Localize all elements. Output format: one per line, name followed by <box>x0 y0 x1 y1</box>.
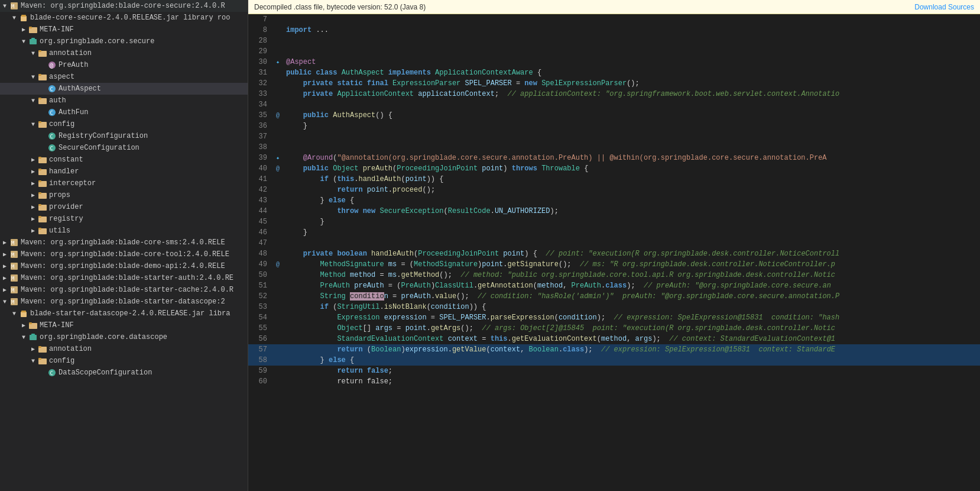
tree-arrow[interactable] <box>28 358 38 364</box>
sidebar-item-annotation[interactable]: annotation <box>0 47 248 59</box>
sidebar-item-org-springblade-core-secure[interactable]: org.springblade.core.secure <box>0 35 248 47</box>
tree-arrow[interactable] <box>9 311 19 317</box>
file-tree[interactable]: MMaven: org.springblade:blade-core-secur… <box>0 0 248 491</box>
sidebar-item-datascopeconfiguration[interactable]: CDataScopeConfiguration <box>0 367 248 379</box>
sidebar-item-provider[interactable]: provider <box>0 201 248 213</box>
code-content: } else { <box>284 195 980 206</box>
line-number: 54 <box>248 312 272 323</box>
gutter-icon <box>272 195 284 206</box>
sidebar-item-blade-starter-datascope-jar[interactable]: blade-starter-datascope-2.4.0.RELEASE.ja… <box>0 308 248 319</box>
line-number: 49 <box>248 259 272 270</box>
sidebar-item-meta-inf-2[interactable]: META-INF <box>0 319 248 331</box>
tree-arrow[interactable] <box>28 227 38 234</box>
tree-arrow[interactable] <box>28 121 38 128</box>
tree-arrow[interactable] <box>28 98 38 104</box>
code-row: 51 PreAuth preAuth = (PreAuth)ClassUtil.… <box>248 280 980 291</box>
tree-arrow[interactable] <box>0 274 9 282</box>
sidebar-item-preauth[interactable]: @PreAuth <box>0 59 248 71</box>
svg-text:M: M <box>11 240 15 246</box>
class-blue-icon: C <box>47 108 57 117</box>
svg-rect-42 <box>38 192 41 194</box>
sidebar-item-maven-starter-datascope[interactable]: MMaven: org.springblade:blade-starter-da… <box>0 296 248 308</box>
sidebar-item-authfun[interactable]: CAuthFun <box>0 106 248 118</box>
sidebar-item-config2[interactable]: config <box>0 355 248 367</box>
sidebar-item-maven-core-secure[interactable]: MMaven: org.springblade:blade-core-secur… <box>0 0 248 12</box>
gutter-icon <box>272 312 284 323</box>
sidebar-item-utils[interactable]: utils <box>0 225 248 237</box>
tree-arrow[interactable] <box>28 203 38 211</box>
tree-arrow[interactable] <box>0 239 9 246</box>
gutter-icon <box>272 344 284 355</box>
gutter-icon <box>272 121 284 131</box>
tree-arrow[interactable] <box>0 299 9 305</box>
svg-rect-45 <box>38 204 41 206</box>
tree-arrow[interactable] <box>28 168 38 175</box>
gutter-icon: ✦ <box>272 153 284 163</box>
sidebar-item-meta-inf-1[interactable]: META-INF <box>0 24 248 35</box>
sidebar-item-registry[interactable]: registry <box>0 213 248 225</box>
tree-arrow[interactable] <box>0 251 9 258</box>
code-content: StandardEvaluationContext context = this… <box>284 334 980 344</box>
sidebar-item-config[interactable]: config <box>0 118 248 130</box>
class-green-icon: C <box>47 131 57 141</box>
sidebar-item-org-springblade-core-datascope[interactable]: org.springblade.core.datascope <box>0 331 248 343</box>
code-content: @Around("@annotation(org.springblade.cor… <box>284 153 980 163</box>
svg-rect-11 <box>38 50 41 52</box>
sidebar-item-registryconfiguration[interactable]: CRegistryConfiguration <box>0 130 248 142</box>
tree-arrow[interactable] <box>19 334 28 341</box>
line-number: 51 <box>248 280 272 291</box>
download-sources-link[interactable]: Download Sources <box>914 3 974 11</box>
line-number: 46 <box>248 227 272 238</box>
folder-icon <box>38 356 47 366</box>
tree-arrow[interactable] <box>28 192 38 199</box>
sidebar-item-maven-core-sms[interactable]: MMaven: org.springblade:blade-core-sms:2… <box>0 237 248 248</box>
svg-text:M: M <box>11 4 15 9</box>
sidebar-item-blade-core-secure-jar[interactable]: blade-core-secure-2.4.0.RELEASE.jar libr… <box>0 12 248 24</box>
tree-arrow[interactable] <box>0 263 9 270</box>
svg-rect-64 <box>21 312 27 317</box>
sidebar-item-constant[interactable]: constant <box>0 154 248 166</box>
sidebar-item-handler[interactable]: handler <box>0 166 248 177</box>
line-number: 43 <box>248 195 272 206</box>
item-label: RegistryConfiguration <box>59 132 148 140</box>
line-number: 53 <box>248 302 272 312</box>
sidebar-item-maven-starter-cache[interactable]: MMaven: org.springblade:blade-starter-ca… <box>0 284 248 296</box>
tree-arrow[interactable] <box>28 215 38 222</box>
tree-arrow[interactable] <box>28 156 38 163</box>
tree-arrow[interactable] <box>19 26 28 33</box>
code-row: 38 <box>248 142 980 153</box>
gutter-icon <box>272 185 284 195</box>
tree-arrow[interactable] <box>0 3 9 9</box>
tree-arrow[interactable] <box>28 180 38 187</box>
svg-text:C: C <box>50 86 53 92</box>
tree-arrow[interactable] <box>19 38 28 45</box>
item-label: Maven: org.springblade:blade-starter-aut… <box>21 274 233 282</box>
code-editor[interactable]: 78import ...282930✦@Aspect31public class… <box>248 14 980 491</box>
item-label: META-INF <box>40 321 74 330</box>
sidebar-item-props[interactable]: props <box>0 189 248 201</box>
sidebar-item-maven-starter-auth[interactable]: MMaven: org.springblade:blade-starter-au… <box>0 272 248 284</box>
tree-arrow[interactable] <box>0 286 9 293</box>
sidebar-item-annotation2[interactable]: annotation <box>0 343 248 355</box>
item-label: config <box>49 120 74 128</box>
sidebar-item-aspect[interactable]: aspect <box>0 71 248 83</box>
sidebar-item-authaspect[interactable]: CAuthAspect <box>0 83 248 95</box>
tree-arrow[interactable] <box>28 345 38 353</box>
tree-arrow[interactable] <box>28 50 38 57</box>
tree-arrow[interactable] <box>19 322 28 329</box>
code-content: } <box>284 121 980 131</box>
sidebar-item-auth[interactable]: auth <box>0 95 248 106</box>
gutter-icon <box>272 270 284 280</box>
line-number: 29 <box>248 46 272 57</box>
code-content: @Aspect <box>284 57 980 67</box>
code-row: 57 return (Boolean)expression.getValue(c… <box>248 344 980 355</box>
sidebar-item-interceptor[interactable]: interceptor <box>0 177 248 189</box>
tree-arrow[interactable] <box>28 74 38 80</box>
sidebar-item-maven-core-tool[interactable]: MMaven: org.springblade:blade-core-tool:… <box>0 248 248 260</box>
folder-icon <box>38 179 47 188</box>
code-row: 48 private boolean handleAuth(Proceeding… <box>248 248 980 259</box>
sidebar-item-secureconfiguration[interactable]: CSecureConfiguration <box>0 142 248 154</box>
tree-arrow[interactable] <box>9 15 19 21</box>
sidebar-item-maven-demo-api[interactable]: MMaven: org.springblade:blade-demo-api:2… <box>0 260 248 272</box>
maven-icon: M <box>9 1 19 11</box>
